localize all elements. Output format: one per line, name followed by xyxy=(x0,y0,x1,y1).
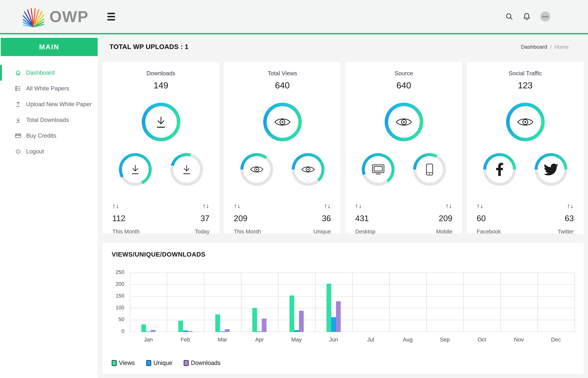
bar-views-apr xyxy=(252,308,257,332)
stat-label: Twitter xyxy=(558,228,574,235)
app-header: OWP 50x50 xyxy=(0,0,588,34)
stat-right: ↑↓ 209 Mobile xyxy=(436,202,452,235)
x-tick-label: Jul xyxy=(352,337,389,343)
rainbow-book-icon xyxy=(23,4,44,29)
x-tick-label: Mar xyxy=(204,337,241,343)
home-icon xyxy=(15,69,21,76)
y-tick-label: 0 xyxy=(112,328,124,334)
breadcrumb-home[interactable]: Home xyxy=(554,44,569,50)
sidebar-item-upload-new-white-paper[interactable]: Upload New White Paper xyxy=(0,96,98,112)
x-tick-label: Dec xyxy=(537,337,575,343)
sidebar-item-all-white-papers[interactable]: All White Papers xyxy=(0,81,98,96)
bar-unique-may xyxy=(294,330,299,332)
stat-card-source: Source 640 xyxy=(346,62,462,234)
download-icon xyxy=(181,164,192,175)
chart-plot: 050100150200250JanFebMarAprMayJunJulAugS… xyxy=(130,273,575,332)
bar-unique-jun xyxy=(331,317,336,332)
progress-ring-big xyxy=(263,103,302,141)
sidebar-item-buy-credits[interactable]: Buy Credits xyxy=(0,128,98,144)
y-tick-label: 150 xyxy=(112,293,124,299)
stat-label: Today xyxy=(195,228,210,235)
bar-unique-feb xyxy=(183,330,188,332)
download-icon xyxy=(155,115,167,129)
bell-icon[interactable] xyxy=(522,12,531,21)
progress-ring-big xyxy=(506,103,545,141)
hamburger-menu-icon[interactable] xyxy=(107,11,115,22)
legend-label: Downloads xyxy=(191,360,221,366)
bar-unique-jan xyxy=(146,332,151,332)
x-tick-label: Aug xyxy=(389,337,426,343)
x-tick-label: Oct xyxy=(463,337,500,343)
chart-column-mar: Mar xyxy=(204,273,241,332)
chart-column-sep: Sep xyxy=(426,273,463,332)
stat-card-downloads: Downloads 149 xyxy=(103,62,219,234)
chart-card: VIEWS/UNIQUE/DOWNLOADS 050100150200250Ja… xyxy=(103,243,584,374)
progress-ring-right xyxy=(413,153,446,186)
eye-icon xyxy=(517,117,534,128)
stat-value: 63 xyxy=(565,214,574,223)
legend-swatch xyxy=(184,360,189,366)
stat-left: ↑↓ 60 Facebook xyxy=(477,202,501,235)
credit-card-icon xyxy=(15,133,21,139)
card-total-value: 149 xyxy=(103,80,219,90)
sidebar-item-label: Logout xyxy=(26,148,44,155)
progress-ring-big xyxy=(142,103,180,141)
card-total-value: 640 xyxy=(224,80,341,90)
stat-card-social-traffic: Social Traffic 123 xyxy=(467,62,584,234)
breadcrumb: Dashboard / Home xyxy=(521,44,569,50)
progress-ring-left xyxy=(362,153,395,186)
bar-unique-mar xyxy=(220,331,225,332)
legend-item-views[interactable]: Views xyxy=(112,360,135,366)
y-tick-label: 200 xyxy=(112,281,124,287)
bar-downloads-jan xyxy=(151,330,155,332)
x-gridline xyxy=(575,273,575,332)
legend-item-unique[interactable]: Unique xyxy=(146,360,172,366)
bar-downloads-may xyxy=(299,311,304,332)
stat-label: Facebook xyxy=(477,228,501,235)
logo-text: OWP xyxy=(50,8,89,26)
eye-icon xyxy=(396,117,412,128)
user-avatar[interactable]: 50x50 xyxy=(540,12,550,22)
card-total-value: 123 xyxy=(467,80,584,90)
stat-left: ↑↓ 209 This Month xyxy=(234,202,261,235)
stat-left: ↑↓ 112 This Month xyxy=(112,202,140,235)
x-tick-label: Feb xyxy=(167,337,204,343)
progress-ring-right xyxy=(292,153,324,186)
stat-cards-row: Downloads 149 xyxy=(103,62,584,234)
legend-swatch xyxy=(146,360,151,366)
card-total-value: 640 xyxy=(346,80,462,90)
card-title: Total Views xyxy=(224,70,341,77)
stat-value: 60 xyxy=(477,214,501,223)
search-icon[interactable] xyxy=(505,13,513,21)
mobile-icon xyxy=(426,163,433,176)
stat-label: This Month xyxy=(112,228,140,235)
sidebar-item-logout[interactable]: Logout xyxy=(0,144,98,159)
stat-value: 36 xyxy=(322,214,331,223)
bar-views-feb xyxy=(178,321,183,332)
legend-item-downloads[interactable]: Downloads xyxy=(184,360,221,366)
y-tick-label: 50 xyxy=(112,316,124,322)
updown-arrows: ↑↓ xyxy=(234,202,261,209)
eye-icon xyxy=(274,117,291,128)
stat-label: Mobile xyxy=(436,228,452,235)
sidebar-item-label: Total Downloads xyxy=(26,117,69,123)
chart-column-may: May xyxy=(278,273,315,332)
stat-right: ↑↓ 37 Today xyxy=(195,202,210,235)
desktop-icon xyxy=(372,164,385,175)
logo[interactable]: OWP xyxy=(0,4,98,29)
chart-column-nov: Nov xyxy=(500,273,537,332)
chart-column-feb: Feb xyxy=(167,273,204,332)
chart-column-jan: Jan xyxy=(130,273,167,332)
breadcrumb-dashboard[interactable]: Dashboard xyxy=(521,44,547,50)
bar-downloads-apr xyxy=(262,319,267,332)
sidebar-item-dashboard[interactable]: Dashboard xyxy=(0,65,98,81)
bar-downloads-jun xyxy=(336,301,341,332)
stat-value: 209 xyxy=(234,214,261,223)
legend-label: Unique xyxy=(153,360,172,366)
x-tick-label: May xyxy=(278,337,315,343)
main-content: TOTAL WP UPLOADS : 1 Dashboard / Home Do… xyxy=(98,34,588,378)
sidebar-item-total-downloads[interactable]: Total Downloads xyxy=(0,112,98,128)
sidebar-item-label: All White Papers xyxy=(26,85,69,92)
updown-arrows: ↑↓ xyxy=(567,202,574,209)
chart-column-dec: Dec xyxy=(537,273,575,332)
